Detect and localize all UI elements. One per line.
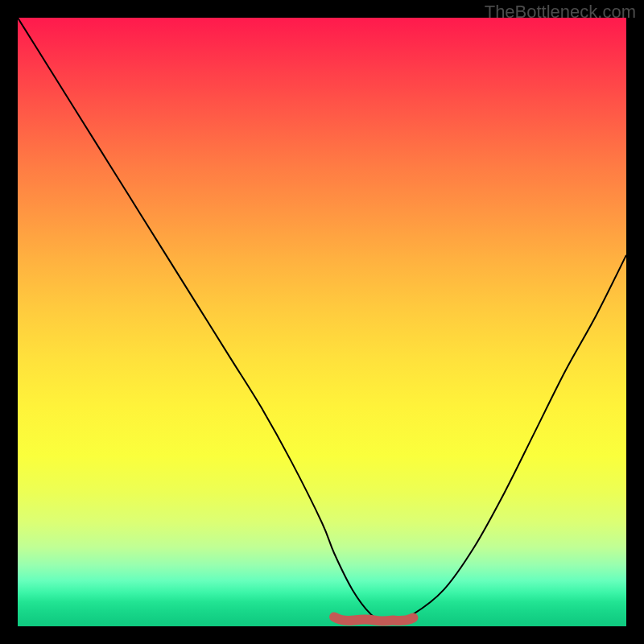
bottleneck-curve	[18, 18, 626, 621]
chart-frame: TheBottleneck.com	[0, 0, 644, 644]
flat-region-highlight	[334, 617, 413, 621]
curve-layer	[18, 18, 626, 626]
plot-area	[18, 18, 626, 626]
